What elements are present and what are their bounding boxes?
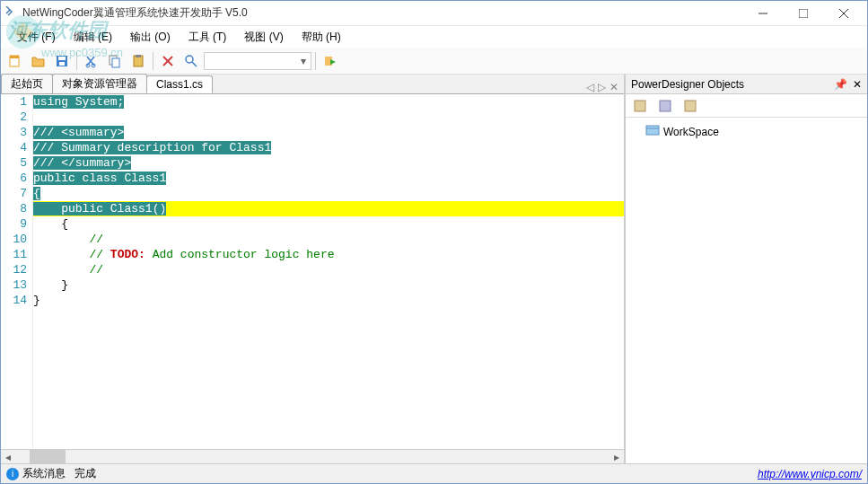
code-line-2 [33,110,624,125]
tab-close-button[interactable]: ✕ [609,81,618,93]
code-line-7: { [33,187,40,200]
tab-class1[interactable]: Class1.cs [146,75,213,93]
code-line-8: public Class1() [33,201,624,216]
svg-rect-21 [635,101,645,111]
menu-tools[interactable]: 工具 (T) [180,28,236,47]
pin-icon[interactable]: 📌 [834,78,847,91]
svg-point-18 [186,56,193,63]
toolbar-separator [315,52,316,70]
app-window: 河东软件园 www.pc0359.cn NetWingCoder翼通管理系统快速… [0,0,868,484]
menu-edit[interactable]: 编辑 (E) [65,28,121,47]
panel-toolbar [626,94,867,118]
toolbar: ▾ [1,48,867,75]
cut-button[interactable] [81,50,102,72]
toolbar-separator [153,52,153,70]
code-line-3: /// <summary> [33,126,124,139]
toolbar-combo[interactable]: ▾ [204,52,311,70]
svg-rect-13 [112,58,119,67]
panel-close-button[interactable]: ✕ [853,78,862,91]
svg-rect-6 [10,56,19,58]
delete-button[interactable] [157,50,179,72]
run-button[interactable] [320,50,341,72]
tab-start[interactable]: 起始页 [1,74,53,93]
menu-file[interactable]: 文件 (F) [8,28,65,47]
maximize-button[interactable] [783,1,823,26]
svg-rect-2 [799,9,808,18]
tab-prev-button[interactable]: ◁ [586,81,594,93]
code-line-4: /// Summary description for Class1 [33,141,271,154]
svg-line-19 [192,62,197,66]
tree-root-label: WorkSpace [663,126,719,138]
content-area: 起始页 对象资源管理器 Class1.cs ◁ ▷ ✕ 1 2 3 4 5 6 … [1,75,867,463]
code-editor[interactable]: 1 2 3 4 5 6 7 8 9 10 11 12 13 14 using S… [1,94,624,449]
side-panel: PowerDesigner Objects 📌 ✕ WorkSpace [625,75,867,463]
window-title: NetWingCoder翼通管理系统快速开发助手 V5.0 [22,5,742,21]
chevron-down-icon: ▾ [296,55,311,67]
scroll-left-icon[interactable]: ◂ [1,450,15,463]
scroll-right-icon[interactable]: ▸ [609,450,624,463]
status-done: 完成 [75,466,96,481]
workspace-icon [645,123,660,140]
code-line-11: // TODO: Add constructor logic here [33,247,624,262]
editor-pane: 起始页 对象资源管理器 Class1.cs ◁ ▷ ✕ 1 2 3 4 5 6 … [1,75,625,463]
save-button[interactable] [51,50,73,72]
info-icon: i [6,468,19,480]
menu-help[interactable]: 帮助 (H) [293,28,350,47]
minimize-button[interactable] [742,1,783,26]
menu-output[interactable]: 输出 (O) [121,28,180,47]
search-button[interactable] [180,50,202,72]
status-link[interactable]: http://www.ynicp.com/ [758,468,862,480]
code-line-12: // [33,262,624,277]
code-line-1: using System; [33,95,124,109]
code-line-10: // [33,232,624,247]
panel-tool-2[interactable] [654,95,676,117]
toolbar-separator [76,52,77,70]
titlebar: NetWingCoder翼通管理系统快速开发助手 V5.0 [1,1,867,26]
svg-rect-22 [660,101,671,111]
line-gutter: 1 2 3 4 5 6 7 8 9 10 11 12 13 14 [1,94,33,449]
horizontal-scrollbar[interactable]: ◂ ▸ [1,449,624,463]
code-line-5: /// </summary> [33,156,131,170]
menubar: 文件 (F) 编辑 (E) 输出 (O) 工具 (T) 视图 (V) 帮助 (H… [1,26,867,48]
open-button[interactable] [28,50,49,72]
status-messages[interactable]: 系统消息 [22,466,66,481]
panel-header: PowerDesigner Objects 📌 ✕ [626,75,867,94]
svg-rect-8 [58,57,66,60]
panel-tool-3[interactable] [679,95,701,117]
tree-root-item[interactable]: WorkSpace [629,121,864,142]
panel-title: PowerDesigner Objects [631,78,834,91]
svg-rect-23 [685,101,696,111]
menu-view[interactable]: 视图 (V) [235,28,292,47]
code-line-6: public class Class1 [33,172,166,185]
svg-rect-9 [59,62,65,66]
tab-explorer[interactable]: 对象资源管理器 [52,74,147,93]
panel-tool-1[interactable] [629,95,651,117]
close-button[interactable] [823,1,864,26]
paste-button[interactable] [127,50,149,72]
code-line-14: } [33,293,624,308]
statusbar: i 系统消息 完成 http://www.ynicp.com/ [1,463,867,483]
code-line-9: { [33,216,624,232]
copy-button[interactable] [104,50,126,72]
panel-body: WorkSpace [626,118,867,463]
tabbar: 起始页 对象资源管理器 Class1.cs ◁ ▷ ✕ [1,75,624,94]
new-button[interactable] [4,50,26,72]
svg-rect-15 [136,55,141,57]
app-icon [4,6,19,21]
scroll-thumb[interactable] [30,450,66,463]
code-body[interactable]: using System; /// <summary> /// Summary … [33,94,624,449]
code-line-13: } [33,277,624,293]
svg-rect-24 [646,126,659,135]
tab-next-button[interactable]: ▷ [598,81,606,93]
tab-controls: ◁ ▷ ✕ [586,81,624,93]
